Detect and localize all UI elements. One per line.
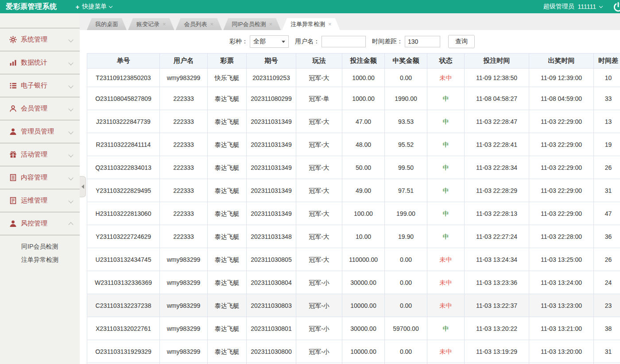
bet-time-cell: 11-03 22:27:24 [465,225,529,248]
bet-amount-cell: 10.00 [342,225,385,248]
order-no-cell: R231103222841114 [87,133,160,156]
sidebar-item-电子银行[interactable]: 电子银行 [0,74,80,97]
lottery-cell: 泰达飞艇 [208,225,247,248]
sidebar-item-运维管理[interactable]: 运维管理 [0,189,80,212]
tab-同IP会员检测[interactable]: 同IP会员检测× [223,18,281,30]
tab-我的桌面[interactable]: 我的桌面 [87,18,127,30]
lottery-select[interactable]: 全部 [250,35,289,48]
column-header-投注金额: 投注金额 [342,54,385,69]
tab-注单异常检测[interactable]: 注单异常检测× [282,18,340,30]
issue-cell: 202311030805 [247,248,296,271]
sidebar-item-会员管理[interactable]: 会员管理 [0,97,80,120]
sidebar-item-管理员管理[interactable]: 管理员管理 [0,120,80,143]
bet-amount-cell: 47.00 [342,110,385,133]
lottery-cell: 泰达飞艇 [208,110,247,133]
win-amount-cell: 95.52 [385,133,427,156]
user-menu[interactable]: 超级管理员 111111 [543,3,620,11]
sidebar-menu: 系统管理数据统计电子银行会员管理管理员管理活动管理内容管理运维管理风控管理同IP… [0,13,80,266]
tab-close-icon[interactable]: × [163,21,166,27]
username-cell: 222333 [160,225,208,248]
tab-close-icon[interactable]: × [210,21,214,27]
win-amount-cell: 0.00 [385,294,427,317]
lottery-cell: 泰达飞艇 [208,248,247,271]
logout-icon[interactable] [612,1,620,13]
username-cell: wmy983299 [160,248,208,271]
status-cell: 中 [427,225,465,248]
status-cell: 中 [427,202,465,225]
username-cell: wmy983299 [160,271,208,294]
bet-time-cell: 11-03 22:28:13 [465,202,529,225]
username-cell: wmy983299 [160,317,208,340]
chevron-down-icon [68,106,73,111]
sidebar-item-内容管理[interactable]: 内容管理 [0,166,80,189]
bet-amount-cell: 1000.00 [342,87,385,110]
bet-amount-cell: 49.00 [342,179,385,202]
table-row: R231103222841114222333泰达飞艇202311031349冠军… [87,133,620,156]
tab-label: 同IP会员检测 [232,20,266,28]
tab-会员列表[interactable]: 会员列表× [176,18,222,30]
timediff-input[interactable] [405,36,440,47]
sidebar-subitem-同IP会员检测[interactable]: 同IP会员检测 [0,240,80,253]
timediff-filter-label: 时间差距： [372,38,403,46]
lottery-filter-label: 彩种： [229,38,248,46]
time-diff-cell: 23 [594,294,620,317]
sidebar-item-活动管理[interactable]: 活动管理 [0,143,80,166]
content-icon [9,174,17,181]
lottery-cell: 泰达飞艇 [208,340,247,363]
issue-cell: 202311031349 [247,202,296,225]
username-input[interactable] [322,36,366,47]
win-amount-cell: 0.00 [385,271,427,294]
time-diff-cell: 31 [594,179,620,202]
username-filter-label: 用户名： [295,38,320,46]
bet-time-cell: 11-03 13:23:36 [465,271,529,294]
username-cell: 222333 [160,179,208,202]
chevron-up-icon [68,222,73,227]
sidebar-subitem-注单异常检测[interactable]: 注单异常检测 [0,253,80,266]
draw-time-cell: 11-03 13:25:00 [529,248,594,271]
column-header-单号: 单号 [87,54,160,69]
status-cell: 未中 [427,340,465,363]
sidebar-item-数据统计[interactable]: 数据统计 [0,51,80,74]
main-panel: 我的桌面账变记录×会员列表×同IP会员检测×注单异常检测× 彩种： 全部 用户名… [80,13,620,364]
time-diff-cell: 26 [594,156,620,179]
bet-amount-cell: 30000.00 [342,317,385,340]
username-cell: wmy983299 [160,69,208,87]
bet-time-cell: 11-09 12:38:50 [465,69,529,87]
bet-amount-cell: 48.00 [342,133,385,156]
sidebar-item-系统管理[interactable]: 系统管理 [0,28,80,51]
draw-time-cell: 11-03 13:23:00 [529,294,594,317]
time-diff-cell: 31 [594,340,620,363]
order-no-cell: W231103132336369 [87,271,160,294]
status-cell: 中 [427,317,465,340]
order-no-cell: Y231103222724629 [87,225,160,248]
bet-time-cell: 11-03 22:28:34 [465,156,529,179]
issue-cell: 202311031349 [247,156,296,179]
tab-close-icon[interactable]: × [269,21,272,27]
lottery-cell: 泰达飞艇 [208,87,247,110]
bet-time-cell: 11-03 13:20:22 [465,317,529,340]
sidebar-item-label: 活动管理 [21,150,47,159]
lottery-cell: 泰达飞艇 [208,156,247,179]
bet-amount-cell: 110000.00 [342,248,385,271]
sidebar-collapse-handle[interactable] [80,176,86,197]
tab-close-icon[interactable]: × [328,21,332,27]
chevron-down-icon [68,37,73,42]
username-cell: 222333 [160,110,208,133]
bet-time-cell: 11-03 13:24:34 [465,248,529,271]
time-diff-cell: 36 [594,225,620,248]
column-header-期号: 期号 [247,54,296,69]
search-button[interactable]: 查询 [448,35,475,48]
sidebar-item-label: 运维管理 [21,196,47,205]
user-role: 超级管理员 [543,3,574,11]
chevron-down-icon [68,175,73,180]
sidebar-item-风控管理[interactable]: 风控管理 [0,212,80,235]
bet-amount-cell: 30000.00 [342,271,385,294]
draw-time-cell: 11-03 22:29:00 [529,202,594,225]
order-no-cell: X231103132022761 [87,317,160,340]
table-header-row: 单号用户名彩票期号玩法投注金额中奖金额状态投注时间出奖时间时间差 [87,54,620,69]
ops-icon [9,197,17,204]
win-amount-cell: 99.50 [385,156,427,179]
tab-label: 账变记录 [136,20,159,28]
quick-menu-button[interactable]: + 快捷菜单 [76,3,112,11]
tab-账变记录[interactable]: 账变记录× [128,18,174,30]
